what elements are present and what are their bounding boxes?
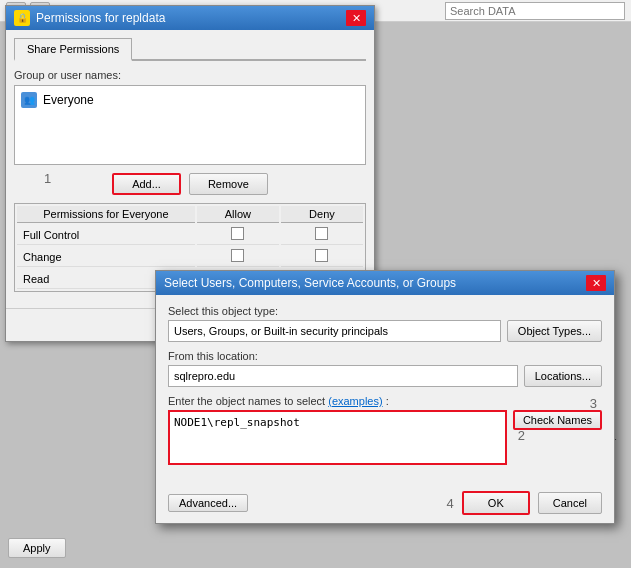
permissions-titlebar: 🔒 Permissions for repldata ✕ [6, 6, 374, 30]
object-names-label: Enter the object names to select (exampl… [168, 395, 602, 407]
object-type-input[interactable] [168, 320, 501, 342]
permissions-close-btn[interactable]: ✕ [346, 10, 366, 26]
object-type-label: Select this object type: [168, 305, 602, 317]
object-names-group: Enter the object names to select (exampl… [168, 395, 602, 465]
apply-button[interactable]: Apply [8, 538, 66, 558]
select-users-title: Select Users, Computers, Service Account… [164, 276, 456, 290]
group-label: Group or user names: [14, 69, 366, 81]
label-1: 1 [44, 171, 51, 186]
select-users-titlebar: Select Users, Computers, Service Account… [156, 271, 614, 295]
perm-name: Change [17, 247, 195, 267]
permissions-body: Share Permissions Group or user names: 👥… [6, 30, 374, 308]
label-4: 4 [447, 496, 454, 511]
allow-checkbox[interactable] [231, 249, 244, 262]
locations-btn[interactable]: Locations... [524, 365, 602, 387]
location-row: Locations... [168, 365, 602, 387]
permissions-title-icon: 🔒 [14, 10, 30, 26]
perm-deny[interactable] [281, 225, 363, 245]
permissions-tab-bar: Share Permissions [14, 38, 366, 61]
table-row: Full Control [17, 225, 363, 245]
deny-checkbox[interactable] [315, 227, 328, 240]
check-names-btn[interactable]: Check Names [513, 410, 602, 430]
object-names-row: 2 3 Check Names [168, 410, 602, 465]
examples-link[interactable]: (examples) [328, 395, 382, 407]
user-item-everyone: 👥 Everyone [19, 90, 361, 110]
label-2: 2 [518, 428, 525, 443]
object-type-group: Select this object type: Object Types... [168, 305, 602, 342]
user-name: Everyone [43, 93, 94, 107]
perm-col-name: Permissions for Everyone [17, 206, 195, 223]
tab-share-permissions[interactable]: Share Permissions [14, 38, 132, 61]
location-input[interactable] [168, 365, 518, 387]
permissions-title: Permissions for repldata [36, 11, 165, 25]
user-list: 👥 Everyone [14, 85, 366, 165]
deny-checkbox[interactable] [315, 249, 328, 262]
table-row: Change [17, 247, 363, 267]
add-button[interactable]: Add... [112, 173, 181, 195]
object-type-row: Object Types... [168, 320, 602, 342]
perm-col-allow: Allow [197, 206, 279, 223]
object-names-input[interactable] [168, 410, 507, 465]
allow-checkbox[interactable] [231, 227, 244, 240]
select-cancel-btn[interactable]: Cancel [538, 492, 602, 514]
select-users-footer: Advanced... 4 OK Cancel [156, 483, 614, 523]
advanced-btn[interactable]: Advanced... [168, 494, 248, 512]
user-icon: 👥 [21, 92, 37, 108]
label-3: 3 [590, 396, 597, 411]
select-users-body: Select this object type: Object Types...… [156, 295, 614, 483]
perm-deny[interactable] [281, 247, 363, 267]
perm-allow[interactable] [197, 247, 279, 267]
search-input[interactable] [450, 5, 620, 17]
location-label: From this location: [168, 350, 602, 362]
btn-row: 1 Add... Remove [14, 173, 366, 195]
select-ok-btn[interactable]: OK [462, 491, 530, 515]
perm-col-deny: Deny [281, 206, 363, 223]
perm-name: Full Control [17, 225, 195, 245]
search-box [445, 2, 625, 20]
object-types-btn[interactable]: Object Types... [507, 320, 602, 342]
perm-allow[interactable] [197, 225, 279, 245]
select-users-close-btn[interactable]: ✕ [586, 275, 606, 291]
select-users-dialog: Select Users, Computers, Service Account… [155, 270, 615, 524]
location-group: From this location: Locations... [168, 350, 602, 387]
remove-button[interactable]: Remove [189, 173, 268, 195]
